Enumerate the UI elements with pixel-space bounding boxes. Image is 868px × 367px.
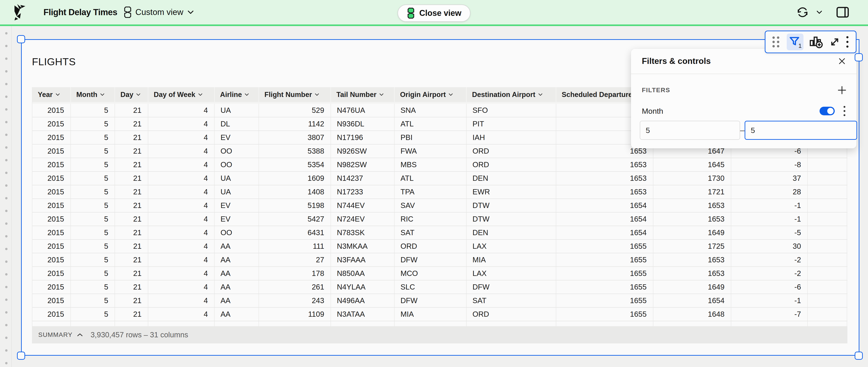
refresh-options-chevron-down-icon[interactable] [816,10,822,14]
column-header-destination-airport[interactable]: Destination Airport [467,87,556,102]
column-header-day[interactable]: Day [115,87,148,102]
cell [808,199,847,212]
cell [808,226,847,239]
add-filter-plus-icon[interactable] [837,86,846,95]
close-view-label: Close view [419,8,461,18]
cell: N476UA [331,104,395,117]
table-row[interactable]: 20155214OO6431N783SKSATDEN16541649-5 [32,226,847,240]
refresh-icon[interactable] [797,6,809,18]
month-filter-kebab-menu-icon[interactable] [843,106,845,116]
view-selector-chevron-down-icon[interactable] [187,10,194,14]
cell [215,321,259,326]
cell: -5 [731,226,808,239]
column-menu-icon [379,93,384,96]
month-range-max-input[interactable] [745,121,857,140]
cell: 1725 [653,240,731,253]
table-row[interactable]: 20155214OO5354N982SWMBSORD16531645-8 [32,158,847,172]
chart-add-icon[interactable] [809,35,824,49]
right-panel-layout-icon[interactable] [836,6,849,18]
cell: 2015 [32,280,71,293]
cell: N3ATAA [331,308,395,321]
column-header-year[interactable]: Year [32,87,71,102]
month-filter-toggle-on[interactable] [819,107,835,115]
close-view-button[interactable]: Close view [398,4,470,22]
cell: 4 [148,267,215,280]
table-title: FLIGHTS [32,56,76,68]
cell: 2015 [32,226,71,239]
table-row[interactable]: 20155214AA111N3MKAAORDLAX1655172530 [32,240,847,253]
cell: 5 [71,226,115,239]
cell [808,280,847,293]
cell: 1730 [653,172,731,185]
cell [808,185,847,198]
widget-kebab-menu-icon[interactable] [846,35,849,48]
table-row[interactable]: 20155214AA1109N3ATAAMIAORD16551648-7 [32,308,847,321]
drag-handle-icon[interactable] [770,35,781,49]
month-range-inputs-row: – [640,121,845,140]
cell: 21 [115,226,148,239]
cell: 1609 [259,172,331,185]
column-header-origin-airport[interactable]: Origin Airport [395,87,467,102]
cell: 1649 [653,226,731,239]
cell: N936DL [331,117,395,131]
table-row[interactable]: 20155214UA1408N17233TPAEWR1653172128 [32,185,847,199]
column-header-tail-number[interactable]: Tail Number [331,87,395,102]
cell [395,321,467,326]
cell: PIT [467,117,556,131]
view-glyph-icon [123,6,132,18]
expand-icon[interactable] [829,36,841,48]
cell: 2015 [32,131,71,144]
table-row[interactable]: 20155214AA27N3FAAADFWMIA16551653-2 [32,253,847,267]
view-selector-label[interactable]: Custom view [135,7,183,17]
cell [731,321,808,326]
cell: 1653 [653,213,731,226]
cell: ORD [395,240,467,253]
table-row[interactable]: 20155214AA261N4YLAASLCDFW16551649-6 [32,280,847,294]
cell: MBS [395,158,467,171]
table-row[interactable]: 20155214EV5198N744EVSAVDTW16541653-1 [32,199,847,213]
cell: N17233 [331,185,395,198]
cell: 21 [115,185,148,198]
cell: 4 [148,240,215,253]
widget-resize-handle-right[interactable] [855,53,863,61]
column-header-month[interactable]: Month [71,87,115,102]
cell [808,240,847,253]
cell: N14237 [331,172,395,185]
month-range-min-input[interactable] [640,121,740,140]
cell: 21 [115,240,148,253]
cell: N3MKAA [331,240,395,253]
cell: ORD [467,158,556,171]
cell [259,321,331,326]
cell: EV [215,199,259,212]
cell: 1653 [556,158,653,171]
app-logo-icon[interactable] [13,4,26,20]
table-row[interactable]: 20155214AA178N850AAMCOLAX16551653-2 [32,267,847,280]
cell: 1142 [259,117,331,131]
cell: 5198 [259,199,331,212]
cell: SAT [395,226,467,239]
cell: 21 [115,131,148,144]
widget-resize-handle-top-left[interactable] [17,35,25,43]
table-row[interactable]: 20155214AA243N496AADFWSAT16551654-1 [32,294,847,308]
panel-close-icon[interactable] [838,58,845,65]
cell: 4 [148,131,215,144]
table-row[interactable]: 20155214EV5427N724EVRICDTW16541653-1 [32,213,847,226]
filters-controls-panel: Filters & controls FILTERS Month [631,49,857,148]
filter-button-active[interactable]: 1 [787,33,804,50]
widget-resize-handle-bottom-right[interactable] [855,351,863,360]
cell [115,321,148,326]
column-header-airline[interactable]: Airline [215,87,259,102]
column-header-day-of-week[interactable]: Day of Week [148,87,215,102]
column-header-flight-number[interactable]: Flight Number [259,87,331,102]
cell: UA [215,185,259,198]
summary-collapse-chevron-up-icon[interactable] [77,333,83,337]
cell: 6431 [259,226,331,239]
cell: 5 [71,294,115,307]
cell: 21 [115,308,148,321]
cell: N4YLAA [331,280,395,293]
cell: 2015 [32,240,71,253]
cell: 1648 [653,308,731,321]
table-row[interactable]: 20155214UA1609N14237ATLDEN1653173037 [32,172,847,185]
cell: N850AA [331,267,395,280]
widget-resize-handle-bottom-left[interactable] [17,351,25,360]
